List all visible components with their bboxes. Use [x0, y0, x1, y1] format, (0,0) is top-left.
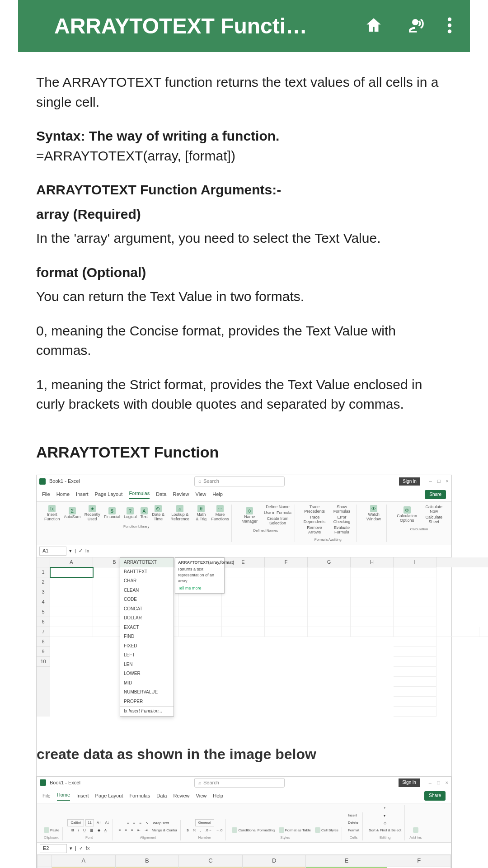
minimize-icon[interactable]: – [429, 478, 432, 485]
tab-data[interactable]: Data [156, 491, 166, 498]
align-bottom-icon[interactable]: ≡ [138, 820, 143, 826]
tab-file[interactable]: File [42, 491, 50, 498]
col-header[interactable]: D [242, 855, 306, 867]
sort-find-button[interactable]: Sort & Find & Select [367, 827, 403, 834]
search-box[interactable]: ⌕ Search [194, 476, 285, 486]
clear-icon[interactable]: ◇ [382, 820, 388, 826]
percent-icon[interactable]: % [192, 827, 197, 834]
tab-home[interactable]: Home [57, 792, 70, 801]
fill-color-icon[interactable]: ◆ [96, 827, 102, 834]
cell-a1[interactable] [50, 567, 93, 577]
format-cells-button[interactable]: Format [347, 827, 361, 834]
dropdown-item[interactable]: MID [120, 679, 174, 688]
row-header[interactable]: 10 [37, 657, 50, 667]
dropdown-item[interactable]: ARRAYTOTEXT [120, 558, 174, 567]
italic-icon[interactable]: I [77, 827, 80, 834]
number-format-select[interactable]: General [195, 819, 214, 826]
dropdown-item[interactable]: CONCAT [120, 604, 174, 614]
autosum-button[interactable]: ΣAutoSum [63, 507, 81, 520]
financial-button[interactable]: $Financial [103, 507, 121, 520]
align-right-icon[interactable]: ≡ [130, 827, 135, 834]
evaluate-formula-button[interactable]: Evaluate Formula [329, 525, 354, 535]
watch-window-button[interactable]: 👁Watch Window [363, 505, 385, 522]
autosum-icon[interactable]: Σ [382, 805, 387, 811]
text-button[interactable]: AText [140, 507, 149, 520]
dropdown-item[interactable]: EXACT [120, 623, 174, 632]
col-header[interactable]: G [308, 557, 351, 567]
insert-function-button[interactable]: fxInsert Function [43, 505, 61, 522]
col-header[interactable]: F [265, 557, 308, 567]
currency-icon[interactable]: $ [185, 827, 190, 834]
decrease-decimal-icon[interactable]: ←.0 [215, 827, 224, 834]
dropdown-item[interactable]: LEN [120, 660, 174, 670]
col-header[interactable]: H [351, 557, 394, 567]
dropdown-item[interactable]: PROPER [120, 697, 174, 707]
row-header[interactable]: 4 [37, 597, 50, 607]
name-box[interactable]: A1 [39, 547, 66, 556]
tab-data[interactable]: Data [156, 793, 167, 800]
dropdown-item[interactable]: BAHTTEXT [120, 567, 174, 577]
comma-icon[interactable]: , [199, 827, 202, 834]
fill-icon[interactable]: ▾ [382, 813, 387, 819]
recently-used-button[interactable]: ★Recently Used [83, 505, 101, 522]
name-manager-button[interactable]: ◇Name Manager [238, 507, 261, 524]
increase-indent-icon[interactable]: ⇥ [143, 827, 149, 834]
dropdown-item[interactable]: FIND [120, 632, 174, 642]
more-icon[interactable] [447, 16, 452, 37]
minimize-icon[interactable]: – [429, 779, 432, 787]
tab-file[interactable]: File [42, 793, 51, 800]
worksheet-grid[interactable]: 1 2 3 4 5 6 7 8 9 10 A B C D E F G [37, 557, 451, 717]
maximize-icon[interactable]: □ [437, 779, 440, 787]
dropdown-item[interactable]: LOWER [120, 669, 174, 679]
addins-button[interactable] [412, 827, 420, 833]
remove-arrows-button[interactable]: Remove Arrows [301, 525, 328, 535]
calc-options-button[interactable]: ⚙Calculation Options [393, 506, 421, 524]
dropdown-item[interactable]: NUMBERVALUE [120, 688, 174, 697]
row-header[interactable]: 9 [37, 647, 50, 657]
calculate-now-button[interactable]: Calculate Now [422, 505, 445, 514]
name-box[interactable]: E2 [40, 844, 67, 853]
lookup-button[interactable]: ⌕Lookup & Reference [168, 505, 192, 522]
tab-pagelayout[interactable]: Page Layout [95, 491, 123, 498]
signin-button[interactable]: Sign in [399, 778, 420, 787]
share-button[interactable]: Share [425, 490, 446, 500]
trace-precedents-button[interactable]: Trace Precedents [301, 505, 328, 514]
share-button[interactable]: Share [424, 791, 446, 801]
tab-insert[interactable]: Insert [76, 793, 89, 800]
tab-review[interactable]: Review [173, 491, 189, 498]
row-header[interactable]: 2 [37, 577, 50, 587]
search-box[interactable]: ⌕ Search [194, 778, 285, 788]
home-icon[interactable] [364, 16, 383, 37]
text-functions-dropdown[interactable]: ARRAYTOTEXT BAHTTEXT CHAR CLEAN CODE CON… [120, 557, 174, 717]
dropdown-item[interactable]: FIXED [120, 642, 174, 651]
decrease-font-icon[interactable]: A↓ [103, 820, 110, 826]
align-center-icon[interactable]: ≡ [123, 827, 128, 834]
row-header[interactable]: 8 [37, 637, 50, 647]
row-header[interactable]: 7 [37, 627, 50, 637]
align-top-icon[interactable]: ≡ [126, 820, 131, 826]
font-color-icon[interactable]: A [103, 827, 108, 834]
increase-font-icon[interactable]: A↑ [95, 820, 102, 826]
tab-formulas[interactable]: Formulas [129, 793, 150, 800]
show-formulas-button[interactable]: Show Formulas [329, 505, 354, 514]
col-header[interactable]: A [52, 855, 116, 867]
math-button[interactable]: θMath & Trig [194, 505, 208, 522]
merge-center-button[interactable]: Merge & Center [150, 827, 178, 834]
trace-dependents-button[interactable]: Trace Dependents [301, 515, 328, 525]
close-icon[interactable]: × [446, 779, 448, 787]
fx-icon[interactable]: fx [86, 845, 90, 852]
wrap-text-button[interactable]: Wrap Text [151, 820, 170, 826]
tab-review[interactable]: Review [173, 793, 189, 800]
fx-icon[interactable]: fx [85, 547, 89, 555]
col-header[interactable]: A [50, 557, 93, 567]
tab-view[interactable]: View [196, 491, 206, 498]
decrease-indent-icon[interactable]: ⇤ [136, 827, 142, 834]
tab-help[interactable]: Help [213, 793, 223, 800]
tooltip-link[interactable]: Tell me more [178, 585, 221, 591]
underline-icon[interactable]: U [82, 827, 87, 834]
col-header[interactable]: I [394, 557, 436, 567]
dropdown-item[interactable]: CHAR [120, 576, 174, 586]
conditional-formatting-button[interactable]: Conditional Formatting [230, 827, 276, 833]
align-middle-icon[interactable]: ≡ [132, 820, 137, 826]
worksheet-grid-2[interactable]: A B C D E F 1 Text 1 Text 2 Text 3 Text … [37, 855, 451, 868]
